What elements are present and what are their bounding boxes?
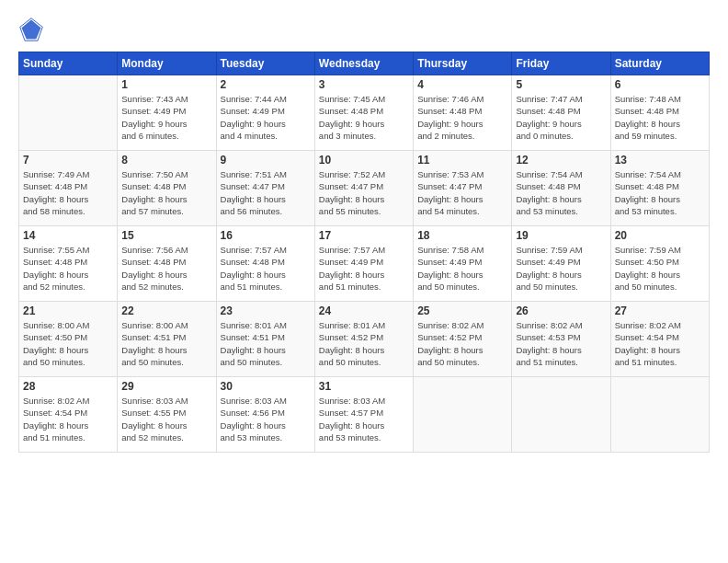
- day-number: 27: [615, 304, 705, 317]
- calendar-cell: 25Sunrise: 8:02 AM Sunset: 4:52 PM Dayli…: [414, 302, 512, 377]
- day-info: Sunrise: 8:03 AM Sunset: 4:57 PM Dayligh…: [319, 395, 409, 443]
- calendar-cell: 23Sunrise: 8:01 AM Sunset: 4:51 PM Dayli…: [216, 302, 314, 377]
- col-header-thursday: Thursday: [414, 52, 512, 75]
- logo-icon: [18, 17, 44, 42]
- day-info: Sunrise: 7:59 AM Sunset: 4:50 PM Dayligh…: [615, 244, 705, 293]
- day-number: 25: [417, 304, 507, 317]
- day-info: Sunrise: 8:03 AM Sunset: 4:55 PM Dayligh…: [121, 395, 211, 443]
- day-number: 11: [417, 154, 507, 167]
- day-number: 26: [516, 304, 606, 317]
- col-header-friday: Friday: [512, 52, 610, 75]
- day-number: 5: [516, 78, 606, 91]
- calendar: SundayMondayTuesdayWednesdayThursdayFrid…: [18, 52, 710, 453]
- day-number: 12: [516, 154, 606, 167]
- calendar-cell: 1Sunrise: 7:43 AM Sunset: 4:49 PM Daylig…: [118, 75, 216, 151]
- day-number: 28: [23, 380, 113, 393]
- calendar-cell: 19Sunrise: 7:59 AM Sunset: 4:49 PM Dayli…: [512, 226, 610, 302]
- col-header-saturday: Saturday: [610, 52, 709, 75]
- calendar-header-row: SundayMondayTuesdayWednesdayThursdayFrid…: [19, 52, 710, 75]
- day-number: 18: [417, 229, 507, 242]
- day-info: Sunrise: 7:57 AM Sunset: 4:48 PM Dayligh…: [221, 244, 311, 293]
- calendar-cell: 29Sunrise: 8:03 AM Sunset: 4:55 PM Dayli…: [118, 377, 216, 453]
- day-number: 19: [516, 229, 606, 242]
- day-info: Sunrise: 7:48 AM Sunset: 4:48 PM Dayligh…: [615, 93, 705, 142]
- calendar-week-4: 28Sunrise: 8:02 AM Sunset: 4:54 PM Dayli…: [19, 377, 710, 453]
- day-number: 15: [121, 229, 211, 242]
- calendar-cell: [610, 377, 709, 453]
- calendar-cell: 6Sunrise: 7:48 AM Sunset: 4:48 PM Daylig…: [610, 75, 709, 151]
- calendar-cell: 9Sunrise: 7:51 AM Sunset: 4:47 PM Daylig…: [216, 151, 314, 226]
- day-number: 7: [23, 154, 113, 167]
- day-info: Sunrise: 7:43 AM Sunset: 4:49 PM Dayligh…: [121, 93, 211, 142]
- header: [18, 17, 710, 42]
- day-number: 31: [319, 380, 409, 393]
- calendar-week-2: 14Sunrise: 7:55 AM Sunset: 4:48 PM Dayli…: [19, 226, 710, 302]
- day-number: 9: [221, 154, 311, 167]
- day-info: Sunrise: 8:02 AM Sunset: 4:54 PM Dayligh…: [23, 395, 113, 443]
- day-info: Sunrise: 7:59 AM Sunset: 4:49 PM Dayligh…: [516, 244, 606, 293]
- day-info: Sunrise: 7:50 AM Sunset: 4:48 PM Dayligh…: [121, 168, 211, 217]
- day-info: Sunrise: 7:47 AM Sunset: 4:48 PM Dayligh…: [516, 93, 606, 142]
- day-number: 20: [615, 229, 705, 242]
- calendar-cell: 12Sunrise: 7:54 AM Sunset: 4:48 PM Dayli…: [512, 151, 610, 226]
- calendar-cell: 24Sunrise: 8:01 AM Sunset: 4:52 PM Dayli…: [314, 302, 413, 377]
- col-header-wednesday: Wednesday: [314, 52, 413, 75]
- calendar-cell: 4Sunrise: 7:46 AM Sunset: 4:48 PM Daylig…: [414, 75, 512, 151]
- day-number: 14: [23, 229, 113, 242]
- col-header-sunday: Sunday: [19, 52, 118, 75]
- calendar-cell: [19, 75, 118, 151]
- day-number: 30: [221, 380, 311, 393]
- calendar-cell: 21Sunrise: 8:00 AM Sunset: 4:50 PM Dayli…: [19, 302, 118, 377]
- calendar-week-3: 21Sunrise: 8:00 AM Sunset: 4:50 PM Dayli…: [19, 302, 710, 377]
- day-info: Sunrise: 7:51 AM Sunset: 4:47 PM Dayligh…: [221, 168, 311, 217]
- day-info: Sunrise: 7:54 AM Sunset: 4:48 PM Dayligh…: [516, 168, 606, 217]
- page: SundayMondayTuesdayWednesdayThursdayFrid…: [0, 0, 728, 563]
- day-info: Sunrise: 7:45 AM Sunset: 4:48 PM Dayligh…: [319, 93, 409, 142]
- calendar-cell: 8Sunrise: 7:50 AM Sunset: 4:48 PM Daylig…: [118, 151, 216, 226]
- day-info: Sunrise: 8:00 AM Sunset: 4:50 PM Dayligh…: [23, 319, 113, 368]
- day-number: 22: [121, 304, 211, 317]
- calendar-cell: 16Sunrise: 7:57 AM Sunset: 4:48 PM Dayli…: [216, 226, 314, 302]
- day-number: 24: [319, 304, 409, 317]
- day-info: Sunrise: 8:01 AM Sunset: 4:51 PM Dayligh…: [221, 319, 311, 368]
- col-header-tuesday: Tuesday: [216, 52, 314, 75]
- day-number: 10: [319, 154, 409, 167]
- calendar-cell: 26Sunrise: 8:02 AM Sunset: 4:53 PM Dayli…: [512, 302, 610, 377]
- calendar-cell: 13Sunrise: 7:54 AM Sunset: 4:48 PM Dayli…: [610, 151, 709, 226]
- calendar-cell: 20Sunrise: 7:59 AM Sunset: 4:50 PM Dayli…: [610, 226, 709, 302]
- day-info: Sunrise: 7:49 AM Sunset: 4:48 PM Dayligh…: [23, 168, 113, 217]
- day-info: Sunrise: 8:00 AM Sunset: 4:51 PM Dayligh…: [121, 319, 211, 368]
- calendar-cell: 30Sunrise: 8:03 AM Sunset: 4:56 PM Dayli…: [216, 377, 314, 453]
- day-info: Sunrise: 7:57 AM Sunset: 4:49 PM Dayligh…: [319, 244, 409, 293]
- day-info: Sunrise: 7:58 AM Sunset: 4:49 PM Dayligh…: [417, 244, 507, 293]
- calendar-cell: 2Sunrise: 7:44 AM Sunset: 4:49 PM Daylig…: [216, 75, 314, 151]
- calendar-cell: 18Sunrise: 7:58 AM Sunset: 4:49 PM Dayli…: [414, 226, 512, 302]
- calendar-cell: 28Sunrise: 8:02 AM Sunset: 4:54 PM Dayli…: [19, 377, 118, 453]
- calendar-cell: 7Sunrise: 7:49 AM Sunset: 4:48 PM Daylig…: [19, 151, 118, 226]
- day-info: Sunrise: 7:53 AM Sunset: 4:47 PM Dayligh…: [417, 168, 507, 217]
- calendar-cell: [512, 377, 610, 453]
- day-info: Sunrise: 7:46 AM Sunset: 4:48 PM Dayligh…: [417, 93, 507, 142]
- day-info: Sunrise: 8:01 AM Sunset: 4:52 PM Dayligh…: [319, 319, 409, 368]
- day-info: Sunrise: 7:56 AM Sunset: 4:48 PM Dayligh…: [121, 244, 211, 293]
- day-number: 2: [221, 78, 311, 91]
- calendar-cell: 27Sunrise: 8:02 AM Sunset: 4:54 PM Dayli…: [610, 302, 709, 377]
- day-info: Sunrise: 8:02 AM Sunset: 4:54 PM Dayligh…: [615, 319, 705, 368]
- day-number: 8: [121, 154, 211, 167]
- day-info: Sunrise: 8:02 AM Sunset: 4:52 PM Dayligh…: [417, 319, 507, 368]
- day-number: 1: [121, 78, 211, 91]
- day-info: Sunrise: 7:54 AM Sunset: 4:48 PM Dayligh…: [615, 168, 705, 217]
- day-info: Sunrise: 7:55 AM Sunset: 4:48 PM Dayligh…: [23, 244, 113, 293]
- day-info: Sunrise: 7:52 AM Sunset: 4:47 PM Dayligh…: [319, 168, 409, 217]
- calendar-cell: [414, 377, 512, 453]
- calendar-week-1: 7Sunrise: 7:49 AM Sunset: 4:48 PM Daylig…: [19, 151, 710, 226]
- calendar-week-0: 1Sunrise: 7:43 AM Sunset: 4:49 PM Daylig…: [19, 75, 710, 151]
- svg-marker-0: [22, 20, 41, 40]
- calendar-cell: 10Sunrise: 7:52 AM Sunset: 4:47 PM Dayli…: [314, 151, 413, 226]
- calendar-cell: 14Sunrise: 7:55 AM Sunset: 4:48 PM Dayli…: [19, 226, 118, 302]
- day-number: 16: [221, 229, 311, 242]
- day-number: 23: [221, 304, 311, 317]
- col-header-monday: Monday: [118, 52, 216, 75]
- day-number: 6: [615, 78, 705, 91]
- day-number: 21: [23, 304, 113, 317]
